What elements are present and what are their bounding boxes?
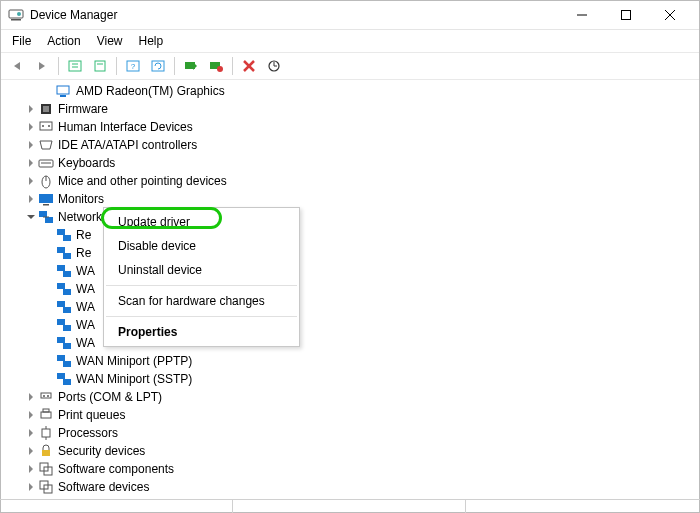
toolbar-properties[interactable] <box>89 55 111 77</box>
tree-node-mice[interactable]: Mice and other pointing devices <box>4 172 696 190</box>
svg-point-57 <box>47 395 49 397</box>
tree-node-security[interactable]: Security devices <box>4 442 696 460</box>
chevron-right-icon[interactable] <box>24 408 38 422</box>
svg-rect-40 <box>63 253 71 259</box>
toolbar-scan[interactable] <box>263 55 285 77</box>
svg-rect-51 <box>57 355 65 361</box>
maximize-button[interactable] <box>604 0 648 30</box>
tree-node-monitors[interactable]: Monitors <box>4 190 696 208</box>
chevron-right-icon[interactable] <box>24 444 38 458</box>
toolbar-disable[interactable] <box>238 55 260 77</box>
svg-rect-21 <box>57 86 69 94</box>
context-scan-hardware[interactable]: Scan for hardware changes <box>104 289 299 313</box>
svg-rect-41 <box>57 265 65 271</box>
tree-node-processors[interactable]: Processors <box>4 424 696 442</box>
svg-rect-37 <box>57 229 65 235</box>
menu-action[interactable]: Action <box>39 32 88 50</box>
tree-node-ide[interactable]: IDE ATA/ATAPI controllers <box>4 136 696 154</box>
tree-node-hid[interactable]: Human Interface Devices <box>4 118 696 136</box>
ide-icon <box>38 137 54 153</box>
chevron-right-icon[interactable] <box>24 156 38 170</box>
toolbar-back[interactable] <box>6 55 28 77</box>
tree-node-printq[interactable]: Print queues <box>4 406 696 424</box>
toolbar-forward[interactable] <box>31 55 53 77</box>
tree-node-ports[interactable]: Ports (COM & LPT) <box>4 388 696 406</box>
toolbar-refresh[interactable] <box>147 55 169 77</box>
svg-point-17 <box>217 66 223 72</box>
toolbar-help[interactable]: ? <box>122 55 144 77</box>
toolbar-separator <box>174 57 175 75</box>
tree-node-net-pptp[interactable]: WAN Miniport (PPTP) <box>4 352 696 370</box>
context-uninstall-device[interactable]: Uninstall device <box>104 258 299 282</box>
context-properties[interactable]: Properties <box>104 320 299 344</box>
status-bar <box>0 499 700 513</box>
software-icon <box>38 479 54 495</box>
chevron-right-icon[interactable] <box>24 390 38 404</box>
svg-rect-24 <box>43 106 49 112</box>
window-title: Device Manager <box>30 8 560 22</box>
toolbar-update-driver[interactable] <box>180 55 202 77</box>
svg-rect-53 <box>57 373 65 379</box>
svg-point-56 <box>43 395 45 397</box>
app-icon <box>8 7 24 23</box>
network-icon <box>38 209 54 225</box>
context-menu: Update driver Disable device Uninstall d… <box>103 207 300 347</box>
svg-rect-63 <box>42 450 50 456</box>
menu-view[interactable]: View <box>89 32 131 50</box>
chevron-right-icon[interactable] <box>24 102 38 116</box>
svg-text:?: ? <box>131 62 136 71</box>
chevron-right-icon[interactable] <box>24 426 38 440</box>
tree-node-radeon[interactable]: AMD Radeon(TM) Graphics <box>4 82 696 100</box>
svg-rect-49 <box>57 337 65 343</box>
svg-rect-25 <box>40 122 52 130</box>
toolbar: ? <box>0 52 700 80</box>
svg-rect-59 <box>43 409 49 412</box>
chevron-down-icon[interactable] <box>24 210 38 224</box>
adapter-icon <box>56 263 72 279</box>
monitor-icon <box>38 191 54 207</box>
display-adapter-icon <box>56 83 72 99</box>
svg-rect-22 <box>60 95 66 97</box>
chevron-right-icon[interactable] <box>24 138 38 152</box>
context-disable-device[interactable]: Disable device <box>104 234 299 258</box>
adapter-icon <box>56 281 72 297</box>
tree-node-keyboards[interactable]: Keyboards <box>4 154 696 172</box>
svg-rect-48 <box>63 325 71 331</box>
chevron-right-icon[interactable] <box>24 192 38 206</box>
svg-rect-43 <box>57 283 65 289</box>
tree-node-net-sstp[interactable]: WAN Miniport (SSTP) <box>4 370 696 388</box>
title-bar: Device Manager <box>0 0 700 30</box>
tree-node-firmware[interactable]: Firmware <box>4 100 696 118</box>
toolbar-separator <box>232 57 233 75</box>
chevron-right-icon[interactable] <box>24 480 38 494</box>
svg-rect-60 <box>42 429 50 437</box>
no-expander <box>42 84 56 98</box>
svg-point-27 <box>48 125 50 127</box>
tree-node-swcomp[interactable]: Software components <box>4 460 696 478</box>
tree-node-swdev[interactable]: Software devices <box>4 478 696 496</box>
svg-rect-32 <box>39 194 53 203</box>
svg-rect-45 <box>57 301 65 307</box>
menu-file[interactable]: File <box>4 32 39 50</box>
chevron-right-icon[interactable] <box>24 120 38 134</box>
hid-icon <box>38 119 54 135</box>
close-button[interactable] <box>648 0 692 30</box>
adapter-icon <box>56 227 72 243</box>
toolbar-show-hidden[interactable] <box>64 55 86 77</box>
chevron-right-icon[interactable] <box>24 174 38 188</box>
svg-point-2 <box>17 12 21 16</box>
svg-rect-42 <box>63 271 71 277</box>
svg-rect-54 <box>63 379 71 385</box>
toolbar-uninstall[interactable] <box>205 55 227 77</box>
adapter-icon <box>56 335 72 351</box>
adapter-icon <box>56 353 72 369</box>
svg-rect-1 <box>11 19 21 21</box>
adapter-icon <box>56 317 72 333</box>
svg-rect-55 <box>41 393 51 398</box>
minimize-button[interactable] <box>560 0 604 30</box>
svg-rect-44 <box>63 289 71 295</box>
context-update-driver[interactable]: Update driver <box>104 210 299 234</box>
chevron-right-icon[interactable] <box>24 462 38 476</box>
menu-help[interactable]: Help <box>131 32 172 50</box>
adapter-icon <box>56 371 72 387</box>
